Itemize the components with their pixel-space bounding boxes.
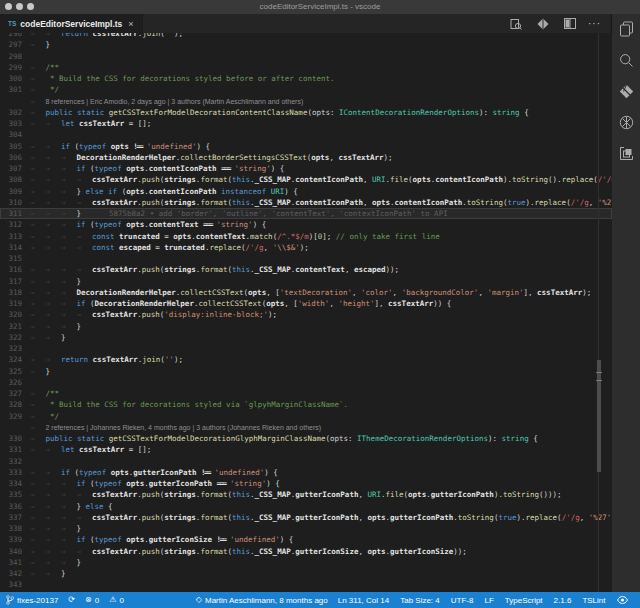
- line-number[interactable]: 328: [0, 399, 22, 410]
- files-icon[interactable]: [617, 20, 635, 38]
- line-number[interactable]: 321: [0, 321, 22, 332]
- code-line[interactable]: 321→→→}: [0, 321, 612, 332]
- scrollbar-thumb[interactable]: [597, 360, 601, 472]
- code-line[interactable]: 322→→}: [0, 332, 612, 343]
- code-line[interactable]: 328→ * Build the CSS for decorations sty…: [0, 399, 612, 410]
- line-number[interactable]: 317: [0, 276, 22, 287]
- line-number[interactable]: 312: [0, 219, 22, 230]
- code-line[interactable]: 311→→→}5875b8a2 • add 'border', 'outline…: [0, 208, 612, 219]
- eye-item[interactable]: [617, 596, 628, 604]
- gitlens-compare-icon[interactable]: [534, 15, 552, 33]
- code-line[interactable]: 315: [0, 253, 612, 264]
- line-number[interactable]: 322: [0, 332, 22, 343]
- line-number[interactable]: 298: [0, 51, 22, 62]
- line-number[interactable]: 337: [0, 512, 22, 523]
- line-number[interactable]: 305: [0, 141, 22, 152]
- code-line[interactable]: 318→→→DecorationRenderHelper.collectCSST…: [0, 287, 612, 298]
- line-number[interactable]: 342: [0, 568, 22, 579]
- code-line[interactable]: 303→→let cssTextArr = [];: [0, 118, 612, 129]
- ts-version-item[interactable]: 2.1.6: [554, 596, 572, 605]
- line-number[interactable]: 330: [0, 433, 22, 444]
- errors-item[interactable]: ⊗ 0: [85, 596, 99, 605]
- line-number[interactable]: 319: [0, 298, 22, 309]
- line-number[interactable]: 327: [0, 388, 22, 399]
- line-number[interactable]: 307: [0, 163, 22, 174]
- line-number[interactable]: 302: [0, 107, 22, 118]
- code-line[interactable]: 312→→→if (typeof opts.contentText === 's…: [0, 219, 612, 230]
- line-number[interactable]: 335: [0, 489, 22, 500]
- code-line[interactable]: 297→}: [0, 39, 612, 50]
- line-number[interactable]: 329: [0, 411, 22, 422]
- code-line[interactable]: 340→→→→cssTextArr.push(strings.format(th…: [0, 546, 612, 557]
- line-number[interactable]: 316: [0, 264, 22, 275]
- language-item[interactable]: TypeScript: [505, 596, 543, 605]
- line-number[interactable]: 300: [0, 73, 22, 84]
- tab-size-item[interactable]: Tab Size: 4: [400, 596, 440, 605]
- line-number[interactable]: 333: [0, 467, 22, 478]
- line-number[interactable]: 331: [0, 444, 22, 455]
- code-line[interactable]: 333→→if (typeof opts.gutterIconPath !== …: [0, 467, 612, 478]
- code-line[interactable]: 319→→→if (DecorationRenderHelper.collect…: [0, 298, 612, 309]
- line-number[interactable]: 343: [0, 579, 22, 590]
- line-number[interactable]: 303: [0, 118, 22, 129]
- code-line[interactable]: 332: [0, 456, 612, 467]
- code-line[interactable]: 314→→→→const escaped = truncated.replace…: [0, 242, 612, 253]
- code-line[interactable]: 330→public static getCSSTextForModelDeco…: [0, 433, 612, 444]
- line-number[interactable]: 334: [0, 478, 22, 489]
- cursor-position-item[interactable]: Ln 311, Col 14: [338, 596, 389, 605]
- line-number[interactable]: 325: [0, 366, 22, 377]
- code-line[interactable]: 307→→→if (typeof opts.contentIconPath ==…: [0, 163, 612, 174]
- line-number[interactable]: 308: [0, 174, 22, 185]
- code-line[interactable]: 320→→→→cssTextArr.push('display:inline-b…: [0, 309, 612, 320]
- tab-codeeditorserviceimpl[interactable]: TS codeEditorServiceImpl.ts ×: [0, 14, 143, 33]
- codelens[interactable]: →2 references | Johannes Rieken, 4 month…: [0, 422, 612, 433]
- code-line[interactable]: 326: [0, 377, 612, 388]
- code-line[interactable]: 302→public static getCSSTextForModelDeco…: [0, 107, 612, 118]
- line-number[interactable]: 313: [0, 231, 22, 242]
- line-number[interactable]: 299: [0, 62, 22, 73]
- code-line[interactable]: 316→→→→cssTextArr.push(strings.format(th…: [0, 264, 612, 275]
- code-line[interactable]: 324→→return cssTextArr.join('');: [0, 354, 612, 365]
- line-number[interactable]: 304: [0, 129, 22, 140]
- code-line[interactable]: 309→→→} else if (opts.contentIconPath in…: [0, 186, 612, 197]
- line-number[interactable]: 311: [0, 208, 22, 219]
- code-editor[interactable]: 296→→return cssTextArr.join('');297→}298…: [0, 33, 612, 592]
- line-number[interactable]: 306: [0, 152, 22, 163]
- sync-button[interactable]: ⟳: [68, 596, 75, 604]
- code-line[interactable]: 336→→→} else {: [0, 501, 612, 512]
- code-line[interactable]: 323: [0, 343, 612, 354]
- code-line[interactable]: 343: [0, 579, 612, 590]
- split-editor-icon[interactable]: [561, 15, 579, 33]
- code-line[interactable]: 299→/**: [0, 62, 612, 73]
- extensions-icon[interactable]: [617, 144, 635, 162]
- code-line[interactable]: 306→→→DecorationRenderHelper.collectBord…: [0, 152, 612, 163]
- code-line[interactable]: 327→/**: [0, 388, 612, 399]
- tslint-item[interactable]: TSLint: [582, 596, 605, 605]
- line-number[interactable]: 320: [0, 309, 22, 320]
- line-number[interactable]: 341: [0, 557, 22, 568]
- line-number[interactable]: 340: [0, 546, 22, 557]
- code-line[interactable]: 305→→if (typeof opts !== 'undefined') {: [0, 141, 612, 152]
- eol-item[interactable]: LF: [484, 596, 493, 605]
- encoding-item[interactable]: UTF-8: [451, 596, 474, 605]
- code-line[interactable]: 301→ */: [0, 84, 612, 95]
- line-number[interactable]: 326: [0, 377, 22, 388]
- code-line[interactable]: 331→→let cssTextArr = [];: [0, 444, 612, 455]
- line-number[interactable]: 339: [0, 534, 22, 545]
- line-number[interactable]: 336: [0, 501, 22, 512]
- code-line[interactable]: 304: [0, 129, 612, 140]
- line-number[interactable]: 314: [0, 242, 22, 253]
- line-number[interactable]: 324: [0, 354, 22, 365]
- line-number[interactable]: 323: [0, 343, 22, 354]
- line-number[interactable]: 332: [0, 456, 22, 467]
- line-number[interactable]: 310: [0, 197, 22, 208]
- code-line[interactable]: 310→→→→cssTextArr.push(strings.format(th…: [0, 197, 612, 208]
- open-preview-icon[interactable]: [507, 15, 525, 33]
- code-line[interactable]: 313→→→→const truncated = opts.contentTex…: [0, 231, 612, 242]
- more-actions-icon[interactable]: ···: [588, 21, 601, 27]
- code-line[interactable]: 308→→→→cssTextArr.push(strings.format(th…: [0, 174, 612, 185]
- line-number[interactable]: 301: [0, 84, 22, 95]
- line-number[interactable]: 338: [0, 523, 22, 534]
- warnings-item[interactable]: ⚠ 0: [109, 596, 124, 605]
- code-line[interactable]: 317→→→}: [0, 276, 612, 287]
